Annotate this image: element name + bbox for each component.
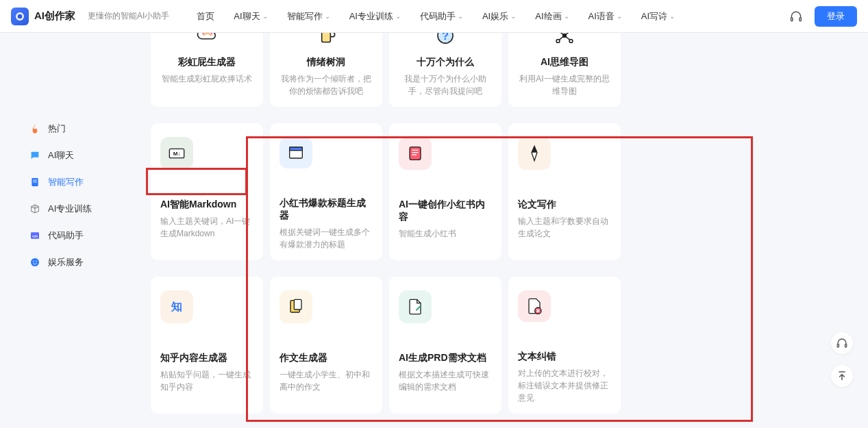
- sidebar-item-aichat[interactable]: AI聊天: [0, 142, 144, 168]
- card-desc: 输入主题和字数要求自动生成论文: [518, 215, 611, 240]
- nav-aidraw[interactable]: AI绘画⌄: [535, 10, 569, 23]
- sidebar-item-label: AI专业训练: [48, 203, 92, 215]
- card-desc: 输入主题关键词，AI一键生成Markdown: [160, 215, 253, 240]
- svg-rect-3: [799, 17, 802, 21]
- window-icon: [280, 137, 312, 168]
- chevron-down-icon: ⌄: [669, 12, 675, 20]
- card-zhihu[interactable]: 知 知乎内容生成器 粘贴知乎问题，一键生成知乎内容: [151, 277, 263, 414]
- svg-text:M↓: M↓: [173, 151, 181, 157]
- support-button[interactable]: [831, 332, 853, 354]
- card-title: AI一键创作小红书内容: [399, 199, 492, 223]
- card-desc: 根据文本描述生成可快速编辑的需求文档: [399, 368, 492, 393]
- chevron-down-icon: ⌄: [325, 12, 330, 20]
- card-row-3: 知 知乎内容生成器 粘贴知乎问题，一键生成知乎内容 作文生成器 一键生成小学生、…: [151, 277, 847, 414]
- svg-rect-26: [412, 152, 418, 153]
- card-why[interactable]: ? 十万个为什么 我是十万个为什么小助手，尽管向我提问吧: [389, 33, 501, 107]
- card-title: 论文写作: [518, 199, 611, 211]
- prd-icon: [399, 290, 432, 323]
- card-title: 十万个为什么: [399, 56, 492, 68]
- cup-icon: [310, 33, 343, 52]
- md-icon: M↓: [160, 137, 193, 170]
- svg-rect-23: [290, 147, 303, 151]
- chevron-down-icon: ⌄: [564, 12, 569, 20]
- card-xhs-content[interactable]: AI一键创作小红书内容 智能生成小红书: [389, 123, 501, 260]
- card-thesis[interactable]: 论文写作 输入主题和字数要求自动生成论文: [508, 123, 621, 260]
- nav-aipoem[interactable]: AI写诗⌄: [641, 10, 675, 23]
- chevron-down-icon: ⌄: [262, 12, 268, 20]
- svg-point-10: [33, 260, 34, 262]
- sidebar-item-smartwrite[interactable]: 智能写作: [0, 168, 144, 195]
- note-icon: [399, 137, 432, 170]
- sidebar-item-hot[interactable]: 热门: [0, 115, 144, 142]
- svg-text:?: ?: [442, 33, 449, 42]
- code-icon: </>: [29, 229, 41, 242]
- card-title: 知乎内容生成器: [160, 352, 253, 364]
- svg-rect-6: [33, 181, 36, 182]
- sidebar-item-protrain[interactable]: AI专业训练: [0, 195, 144, 222]
- svg-rect-24: [410, 147, 421, 160]
- card-title: AI思维导图: [518, 56, 611, 68]
- question-icon: ?: [429, 33, 462, 52]
- doc-icon: [29, 176, 41, 188]
- back-to-top-button[interactable]: [831, 365, 853, 387]
- nav-protrain[interactable]: AI专业训练⌄: [349, 10, 401, 23]
- svg-point-9: [31, 258, 39, 266]
- nav-smartwrite[interactable]: 智能写作⌄: [287, 10, 330, 23]
- smile-icon: [29, 256, 41, 268]
- card-rainbow[interactable]: 彩虹屁生成器 智能生成彩虹屁欢捧话术: [151, 33, 263, 107]
- cloud-icon: [190, 33, 223, 52]
- nav-home[interactable]: 首页: [197, 10, 214, 23]
- card-mindmap[interactable]: AI思维导图 利用AI一键生成完整的思维导图: [508, 33, 621, 107]
- card-desc: 我将作为一个倾听者，把你的烦恼都告诉我吧: [280, 73, 373, 97]
- nav-codehelper[interactable]: 代码助手⌄: [420, 10, 463, 23]
- card-title: 作文生成器: [280, 352, 373, 364]
- main-area: 热门 AI聊天 智能写作 AI专业训练 </> 代码助手 娱乐服务 彩虹屁生成器: [0, 33, 868, 428]
- svg-rect-5: [33, 179, 36, 180]
- sidebar-item-label: 代码助手: [48, 229, 84, 242]
- brand-icon: [11, 8, 29, 25]
- nav-aivoice[interactable]: AI语音⌄: [588, 10, 622, 23]
- highlight-sidebar-item: [146, 168, 247, 195]
- card-desc: 粘贴知乎问题，一键生成知乎内容: [160, 368, 253, 393]
- svg-text:</>: </>: [32, 234, 38, 238]
- brand-slogan: 更懂你的智能AI小助手: [88, 10, 169, 22]
- svg-rect-33: [845, 344, 847, 348]
- card-desc: 根据关键词一键生成多个有爆款潜力的标题: [280, 226, 373, 251]
- mindmap-icon: [548, 33, 581, 52]
- card-emotion[interactable]: 情绪树洞 我将作为一个倾听者，把你的烦恼都告诉我吧: [270, 33, 382, 107]
- content-area: 彩虹屁生成器 智能生成彩虹屁欢捧话术 情绪树洞 我将作为一个倾听者，把你的烦恼都…: [144, 33, 868, 428]
- svg-point-11: [36, 260, 37, 262]
- sidebar-item-entertain[interactable]: 娱乐服务: [0, 249, 144, 275]
- essay-icon: [280, 290, 312, 323]
- card-desc: 智能生成小红书: [399, 227, 492, 240]
- topbar: AI创作家 更懂你的智能AI小助手 首页 AI聊天⌄ 智能写作⌄ AI专业训练⌄…: [0, 0, 868, 33]
- nav-aientertain[interactable]: AI娱乐⌄: [482, 10, 516, 23]
- card-desc: 我是十万个为什么小助手，尽管向我提问吧: [399, 73, 492, 97]
- top-nav: 首页 AI聊天⌄ 智能写作⌄ AI专业训练⌄ 代码助手⌄ AI娱乐⌄ AI绘画⌄…: [197, 10, 789, 23]
- brand[interactable]: AI创作家 更懂你的智能AI小助手: [11, 8, 169, 25]
- svg-rect-27: [412, 154, 417, 155]
- card-prd[interactable]: AI生成PRD需求文档 根据文本描述生成可快速编辑的需求文档: [389, 277, 501, 414]
- login-button[interactable]: 登录: [815, 6, 857, 27]
- chevron-down-icon: ⌄: [617, 12, 622, 20]
- chevron-down-icon: ⌄: [458, 12, 463, 20]
- card-title: 小红书爆款标题生成器: [280, 197, 373, 222]
- card-xhs-title[interactable]: 小红书爆款标题生成器 根据关键词一键生成多个有爆款潜力的标题: [270, 123, 382, 260]
- headset-icon[interactable]: [789, 9, 804, 24]
- svg-point-1: [18, 14, 23, 18]
- card-essay[interactable]: 作文生成器 一键生成小学生、初中和高中的作文: [270, 277, 382, 414]
- svg-rect-2: [791, 17, 793, 21]
- sidebar-item-label: 智能写作: [48, 176, 84, 188]
- cube-icon: [29, 203, 41, 215]
- svg-text:知: 知: [171, 301, 182, 312]
- card-desc: 对上传的文本进行校对，标注错误文本并提供修正意见: [518, 367, 611, 404]
- card-row-2: M↓ AI智能Markdown 输入主题关键词，AI一键生成Markdown 小…: [151, 123, 847, 260]
- card-row-1: 彩虹屁生成器 智能生成彩虹屁欢捧话术 情绪树洞 我将作为一个倾听者，把你的烦恼都…: [151, 33, 847, 107]
- svg-rect-30: [294, 299, 301, 310]
- card-title: 文本纠错: [518, 351, 611, 363]
- card-desc: 利用AI一键生成完整的思维导图: [518, 73, 611, 97]
- sidebar-item-codehelper[interactable]: </> 代码助手: [0, 222, 144, 249]
- nav-aichat[interactable]: AI聊天⌄: [234, 10, 267, 23]
- card-correct[interactable]: 文本纠错 对上传的文本进行校对，标注错误文本并提供修正意见: [508, 277, 621, 414]
- brand-name: AI创作家: [34, 10, 75, 23]
